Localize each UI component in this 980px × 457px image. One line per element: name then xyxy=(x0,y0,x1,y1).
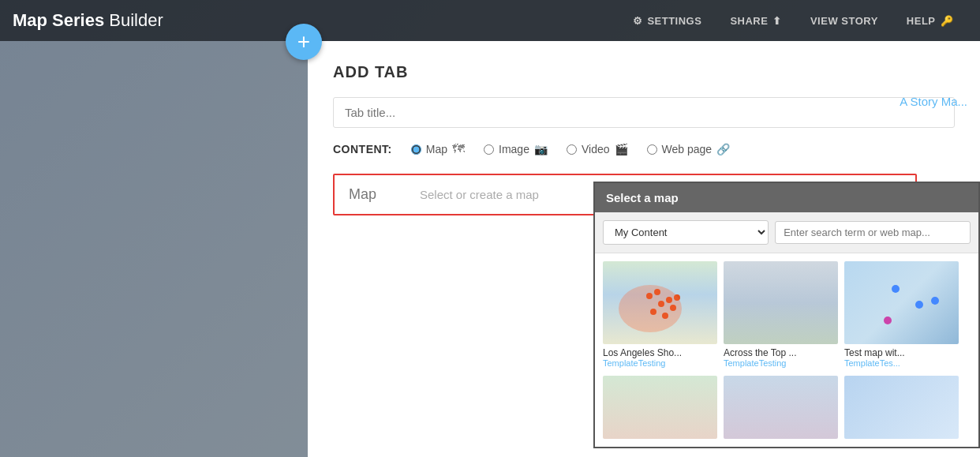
map-thumb-img-row2-1 xyxy=(603,376,717,439)
map-dot xyxy=(666,297,672,303)
map-dot-blue xyxy=(915,301,923,309)
map-thumb-test-label: Test map wit... xyxy=(844,347,959,358)
tab-title-input[interactable] xyxy=(333,97,955,128)
map-thumb-img-row2-3 xyxy=(844,376,959,439)
nav-share-label: SHARE xyxy=(730,15,768,27)
content-label: CONTENT: xyxy=(333,143,392,155)
nav-share[interactable]: SHARE ⬆ xyxy=(716,0,796,41)
map-thumb-row2-1[interactable] xyxy=(603,376,717,439)
app-title-bold: Map Series xyxy=(13,10,104,30)
map-dot xyxy=(646,293,653,299)
map-thumb-img-test xyxy=(844,261,959,344)
map-thumb-across[interactable]: Across the Top ... TemplateTesting xyxy=(724,261,838,368)
map-dot-purple xyxy=(884,317,892,324)
top-navigation: Map Series Builder ⚙ SETTINGS SHARE ⬆ VI… xyxy=(0,0,980,41)
select-map-header: Select a map xyxy=(595,183,978,212)
help-icon: 🔑 xyxy=(941,15,954,27)
map-option-label: Map xyxy=(426,143,447,155)
map-thumb-across-sublabel[interactable]: TemplateTesting xyxy=(724,358,838,368)
map-thumb-test-sublabel[interactable]: TemplateTes... xyxy=(844,358,959,368)
map-thumb-test[interactable]: Test map wit... TemplateTes... xyxy=(844,261,959,368)
video-icon: 🎬 xyxy=(615,143,628,155)
map-thumb-across-label: Across the Top ... xyxy=(724,347,838,358)
nav-view-story[interactable]: VIEW STORY xyxy=(796,0,892,41)
map-thumb-la-label: Los Angeles Sho... xyxy=(603,347,717,358)
map-dot xyxy=(662,313,668,319)
map-thumb-img-across xyxy=(724,261,838,344)
settings-icon: ⚙ xyxy=(633,15,643,27)
nav-help-label: HELP xyxy=(907,15,936,27)
nav-settings-label: SETTINGS xyxy=(647,15,701,27)
camera-icon: 📷 xyxy=(534,143,548,155)
select-map-panel: Select a map My Content Los A xyxy=(593,182,980,448)
map-thumb-img-row2-2 xyxy=(724,376,838,439)
map-dot xyxy=(674,294,680,301)
map-field-label: Map xyxy=(349,186,412,203)
app-title-light: Builder xyxy=(104,10,163,30)
app-title: Map Series Builder xyxy=(13,10,163,31)
nav-view-story-label: VIEW STORY xyxy=(810,15,878,27)
share-icon: ⬆ xyxy=(772,15,782,27)
link-icon: 🔗 xyxy=(716,143,730,155)
map-dot-blue xyxy=(892,285,900,293)
map-thumbnails-row2 xyxy=(595,376,978,447)
nav-items: ⚙ SETTINGS SHARE ⬆ VIEW STORY HELP 🔑 xyxy=(619,0,967,41)
search-input[interactable] xyxy=(775,221,971,244)
map-book-icon: 🗺 xyxy=(452,142,465,156)
map-dot xyxy=(650,309,656,315)
add-tab-button[interactable]: + xyxy=(286,24,322,60)
map-dots-la xyxy=(603,261,717,344)
map-dot xyxy=(658,301,664,307)
content-dropdown[interactable]: My Content xyxy=(603,220,769,245)
map-dot-blue xyxy=(931,297,939,305)
content-option-image[interactable]: Image 📷 xyxy=(484,143,548,155)
map-thumb-row2-3[interactable] xyxy=(844,376,959,439)
dialog-title: ADD TAB xyxy=(333,63,955,81)
map-dot xyxy=(670,305,676,311)
select-map-controls: My Content xyxy=(595,212,978,253)
story-map-link[interactable]: A Story Ma... xyxy=(900,95,967,108)
content-option-map[interactable]: Map 🗺 xyxy=(411,142,465,156)
webpage-option-label: Web page xyxy=(662,143,713,155)
map-thumbnails-row1: Los Angeles Sho... TemplateTesting Acros… xyxy=(595,253,978,376)
video-option-label: Video xyxy=(582,143,610,155)
nav-help[interactable]: HELP 🔑 xyxy=(892,0,967,41)
map-thumb-row2-2[interactable] xyxy=(724,376,838,439)
image-option-label: Image xyxy=(499,143,529,155)
content-option-video[interactable]: Video 🎬 xyxy=(567,143,628,155)
map-dots-test xyxy=(844,261,959,344)
content-option-webpage[interactable]: Web page 🔗 xyxy=(647,143,731,155)
map-dot xyxy=(654,289,660,295)
content-type-row: CONTENT: Map 🗺 Image 📷 Video 🎬 Web page … xyxy=(333,142,955,156)
nav-settings[interactable]: ⚙ SETTINGS xyxy=(619,0,716,41)
map-thumb-la[interactable]: Los Angeles Sho... TemplateTesting xyxy=(603,261,717,368)
map-thumb-img-la xyxy=(603,261,717,344)
map-thumb-la-sublabel[interactable]: TemplateTesting xyxy=(603,358,717,368)
